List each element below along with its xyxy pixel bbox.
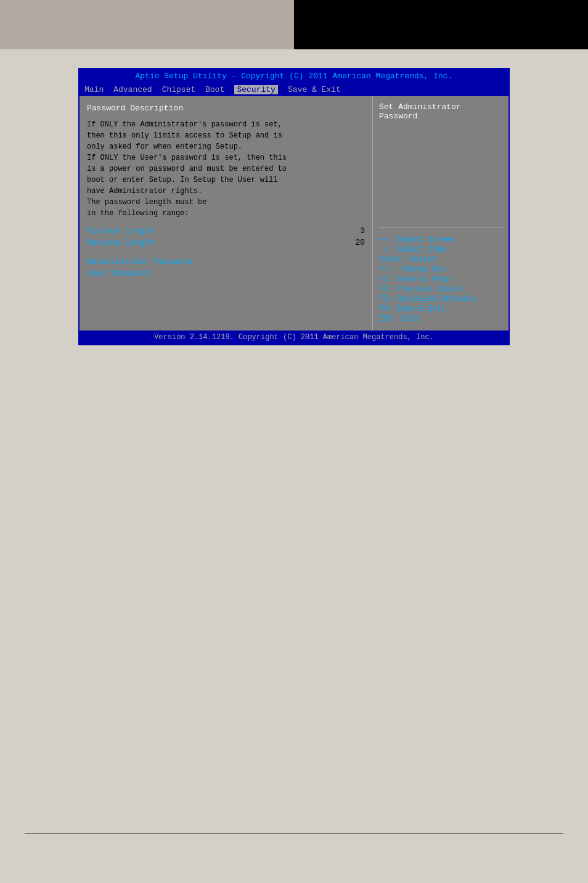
bios-content: Password Description If ONLY the Adminis…: [80, 96, 508, 331]
bios-window: Aptio Setup Utility - Copyright (C) 2011…: [78, 68, 510, 345]
top-banner: [0, 0, 588, 49]
bios-footer: Version 2.14.1219. Copyright (C) 2011 Am…: [80, 331, 508, 344]
desc-line-8: The password length must be: [87, 197, 365, 208]
section-title: Password Description: [87, 104, 365, 113]
footer-text: Version 2.14.1219. Copyright (C) 2011 Am…: [154, 333, 434, 342]
min-length-row: Minimum length 3: [87, 226, 365, 236]
help-select-screen: →←: Select Screen: [379, 236, 502, 244]
help-f1: F1: General Help: [379, 275, 502, 284]
bottom-divider-line: [25, 833, 563, 834]
desc-line-2: then this only limits access to Setup an…: [87, 130, 365, 141]
right-panel-title: Set Administrator Password: [379, 102, 502, 121]
menu-chipset[interactable]: Chipset: [162, 85, 196, 94]
banner-left: [0, 0, 294, 49]
max-length-value: 20: [355, 238, 365, 247]
desc-line-7: have Administrator rights.: [87, 186, 365, 197]
help-section: →←: Select Screen ↑↓: Select Item Enter:…: [379, 236, 502, 324]
desc-line-9: in the following range:: [87, 208, 365, 219]
desc-line-6: boot or enter Setup. In Setup the User w…: [87, 175, 365, 186]
admin-password-item[interactable]: Administrator Password: [87, 257, 365, 266]
help-f2: F2: Previous Values: [379, 285, 502, 294]
menu-security[interactable]: Security: [234, 85, 277, 94]
description-block: If ONLY the Administrator's password is …: [87, 119, 365, 219]
right-divider: [379, 228, 502, 228]
min-length-label: Minimum length: [87, 226, 360, 236]
bios-right-panel: Set Administrator Password →←: Select Sc…: [373, 96, 508, 331]
help-f4: F4: Save & Exit: [379, 305, 502, 313]
desc-line-5: is a power on password and must be enter…: [87, 163, 365, 175]
help-esc: ESC: Exit: [379, 314, 502, 323]
menu-main[interactable]: Main: [84, 85, 104, 94]
menu-save-exit[interactable]: Save & Exit: [288, 85, 341, 94]
min-length-value: 3: [360, 226, 365, 236]
menu-advanced[interactable]: Advanced: [113, 85, 152, 94]
user-password-item[interactable]: User Password: [87, 269, 365, 278]
help-f3: F3: Optimized Defaults: [379, 295, 502, 303]
bios-left-panel: Password Description If ONLY the Adminis…: [80, 96, 373, 331]
bios-title-bar: Aptio Setup Utility - Copyright (C) 2011…: [80, 69, 508, 83]
banner-right: [294, 0, 588, 49]
desc-line-1: If ONLY the Administrator's password is …: [87, 119, 365, 130]
bios-title: Aptio Setup Utility - Copyright (C) 2011…: [136, 72, 453, 81]
help-change-opt: +/-: Change Opt.: [379, 265, 502, 274]
desc-line-3: only asked for when entering Setup.: [87, 141, 365, 152]
help-enter-select: Enter: Select: [379, 255, 502, 264]
help-select-item: ↑↓: Select Item: [379, 245, 502, 254]
max-length-row: Maximum length 20: [87, 238, 365, 247]
max-length-label: Maximum length: [87, 238, 355, 247]
desc-line-4: If ONLY the User's password is set, then…: [87, 152, 365, 163]
menu-boot[interactable]: Boot: [205, 85, 224, 94]
bios-menu-bar: Main Advanced Chipset Boot Security Save…: [80, 83, 508, 96]
